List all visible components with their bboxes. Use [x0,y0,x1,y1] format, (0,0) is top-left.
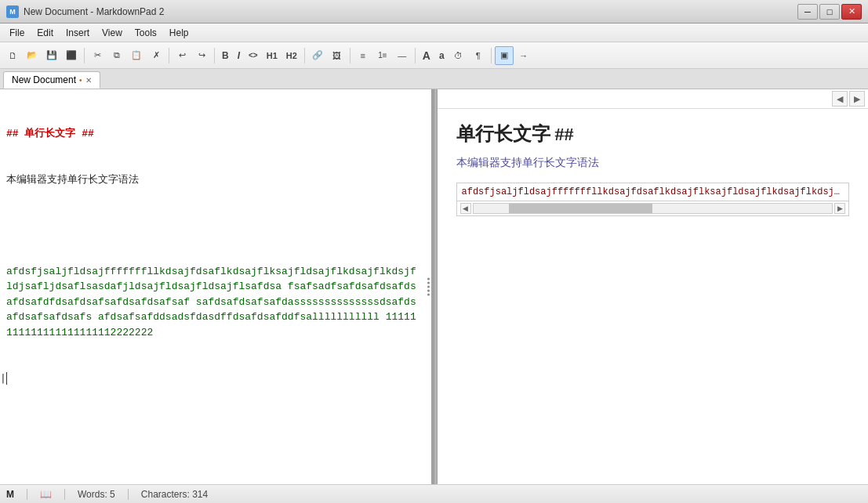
tab-close-button[interactable]: ✕ [85,76,92,85]
pane-divider[interactable] [434,89,438,484]
status-characters: Characters: 314 [141,489,208,500]
big-a-button[interactable]: A [419,46,434,65]
preview-code-box: afdsfjsaljfldsajfffffffllkdsajfdsaflkdsa… [456,183,850,216]
editor-long-text: afdsfjsaljfldsajfffffffllkdsajfdsaflkdsa… [6,264,422,341]
toolbar: 🗋 📂 💾 ⬛ ✂ ⧉ 📋 ✗ ↩ ↪ B I <> H1 H2 🔗 🖼 ≡ 1… [0,42,868,69]
close-button[interactable]: ✕ [841,4,862,20]
scrollbar-right-arrow[interactable]: ▶ [834,203,845,214]
h2-button[interactable]: H2 [282,46,301,65]
preview-nav-bar: ◀ ▶ [438,89,869,109]
copy-button[interactable]: ⧉ [107,46,126,65]
status-mode: M [6,489,14,500]
window-title: New Document - MarkdownPad 2 [24,6,797,17]
editor-line-heading: ## 单行长文字 ## [6,126,422,142]
preview-heading: 单行长文字 ## [456,121,850,147]
app-icon: M [6,5,19,18]
vertical-scroll-indicator [426,277,431,298]
editor-line-subtitle: 本编辑器支持单行长文字语法 [6,172,422,188]
window-controls: ─ □ ✕ [797,4,862,20]
preview-pane: ◀ ▶ 单行长文字 ## 本编辑器支持单行长文字语法 afdsfjsaljfld… [438,89,869,484]
statusbar: M 📖 Words: 5 Characters: 314 [0,484,868,503]
image-button[interactable]: 🖼 [328,46,347,65]
separator-7 [491,48,492,63]
minimize-button[interactable]: ─ [797,4,818,20]
maximize-button[interactable]: □ [819,4,840,20]
open-button[interactable]: 📂 [23,46,42,65]
small-a-button[interactable]: a [435,46,449,65]
format-button[interactable]: ¶ [469,46,488,65]
delete-button[interactable]: ✗ [147,46,165,65]
h1-button[interactable]: H1 [263,46,281,65]
italic-button[interactable]: I [234,46,244,65]
status-book-icon: 📖 [40,489,52,500]
tabs-bar: New Document• ✕ [0,69,868,89]
editor-cursor-line [6,371,422,386]
editor-pane: ## 单行长文字 ## 本编辑器支持单行长文字语法 afdsfjsaljflds… [0,89,434,484]
separator-2 [169,48,169,63]
menubar: File Edit Insert View Tools Help [0,24,868,42]
main-area: ## 单行长文字 ## 本编辑器支持单行长文字语法 afdsfjsaljflds… [0,89,868,484]
bold-button[interactable]: B [218,46,233,65]
paste-button[interactable]: 📋 [127,46,146,65]
ul-button[interactable]: ≡ [354,46,372,65]
tab-label: New Document [12,74,76,85]
preview-code-text: afdsfjsaljfldsajfffffffllkdsajfdsaflkdsa… [457,183,849,201]
link-button[interactable]: 🔗 [308,46,327,65]
undo-button[interactable]: ↩ [173,46,191,65]
preview-forward-button[interactable]: ▶ [849,91,865,107]
preview-subtitle: 本编辑器支持单行长文字语法 [456,156,850,170]
text-cursor [6,372,7,385]
preview-back-button[interactable]: ◀ [832,91,848,107]
separator-1 [84,48,85,63]
save-button[interactable]: 💾 [42,46,61,65]
ol-button[interactable]: 1≡ [373,46,392,65]
titlebar: M New Document - MarkdownPad 2 ─ □ ✕ [0,0,868,24]
separator-6 [415,48,416,63]
hr-button[interactable]: — [393,46,412,65]
editor-content[interactable]: ## 单行长文字 ## 本编辑器支持单行长文字语法 afdsfjsaljflds… [6,96,422,417]
tab-modified-dot: • [79,76,82,85]
menu-tools[interactable]: Tools [129,26,163,40]
scrollbar-left-arrow[interactable]: ◀ [460,203,471,214]
scrollbar-track[interactable] [473,203,833,214]
status-divider-1 [27,489,27,500]
preview-toggle-button[interactable]: ▣ [495,46,514,65]
menu-edit[interactable]: Edit [31,26,60,40]
new-button[interactable]: 🗋 [3,46,22,65]
menu-help[interactable]: Help [163,26,195,40]
code-button[interactable]: <> [245,46,262,65]
export-button[interactable]: → [514,46,533,65]
separator-4 [304,48,305,63]
preview-content: 单行长文字 ## 本编辑器支持单行长文字语法 afdsfjsaljfldsajf… [438,109,869,484]
status-words: Words: 5 [78,489,115,500]
document-tab[interactable]: New Document• ✕ [3,71,100,89]
status-divider-2 [64,489,65,500]
redo-button[interactable]: ↪ [192,46,211,65]
editor-scroll-area[interactable]: ## 单行长文字 ## 本编辑器支持单行长文字语法 afdsfjsaljflds… [0,89,431,484]
timestamp-button[interactable]: ⏱ [449,46,468,65]
preview-horizontal-scrollbar[interactable]: ◀ ▶ [457,201,849,215]
separator-3 [214,48,215,63]
menu-file[interactable]: File [3,26,31,40]
separator-5 [350,48,350,63]
scrollbar-thumb[interactable] [509,204,652,213]
menu-view[interactable]: View [96,26,129,40]
editor-line-blank [6,218,422,233]
status-divider-3 [128,489,129,500]
save-all-button[interactable]: ⬛ [62,46,81,65]
menu-insert[interactable]: Insert [60,26,96,40]
cut-button[interactable]: ✂ [88,46,107,65]
